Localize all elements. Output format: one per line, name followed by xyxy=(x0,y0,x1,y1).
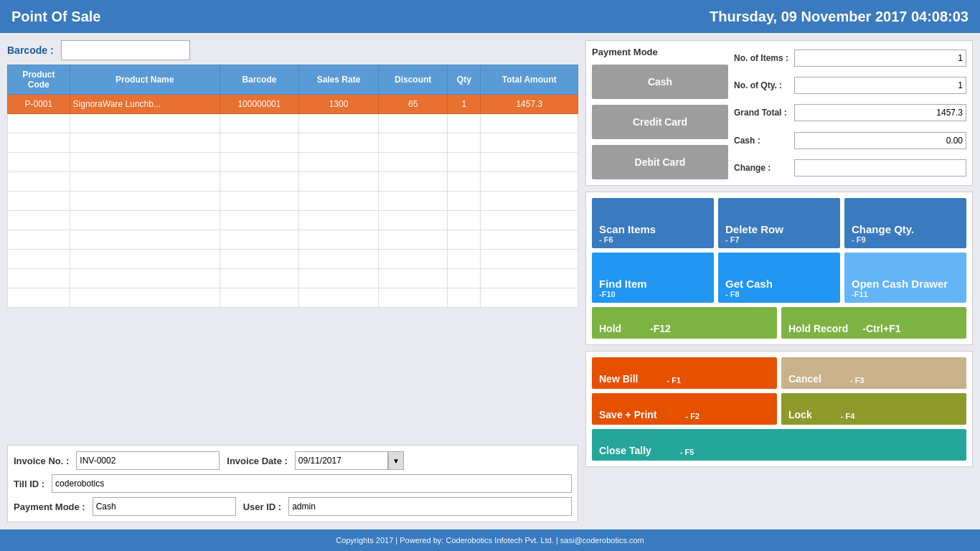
footer-text: Copyrights 2017 | Powered by: Coderoboti… xyxy=(336,536,644,545)
save-print-shortcut: - F2 xyxy=(686,412,700,420)
table-row: P-0001SignoraWare Lunchb...1000000011300… xyxy=(8,95,578,114)
payment-mode-left: Payment Mode Cash Credit Card Debit Card xyxy=(592,47,728,179)
payment-mode-title: Payment Mode xyxy=(592,47,728,57)
empty-row xyxy=(8,250,578,269)
find-item-label: Find Item xyxy=(599,278,647,290)
change-input[interactable] xyxy=(794,159,966,176)
payment-mode-right: No. of Items : No. of Qty. : Grand Total… xyxy=(734,47,966,179)
payment-mode-input[interactable] xyxy=(93,497,236,516)
payment-mode-label: Payment Mode : xyxy=(14,501,85,512)
col-product-name: Product Name xyxy=(70,65,220,95)
header: Point Of Sale Thursday, 09 November 2017… xyxy=(0,0,980,33)
hold-button[interactable]: Hold -F12 xyxy=(592,307,777,339)
till-id-input[interactable] xyxy=(52,474,572,493)
invoice-date-input[interactable] xyxy=(295,451,388,470)
footer: Copyrights 2017 | Powered by: Coderoboti… xyxy=(0,529,980,551)
cash-input[interactable] xyxy=(794,132,966,149)
action-row-3: Hold -F12 Hold Record -Ctrl+F1 xyxy=(592,307,966,339)
datetime-display: Thursday, 09 November 2017 04:08:03 xyxy=(710,9,969,25)
open-cash-drawer-label: Open Cash Drawer xyxy=(852,278,948,290)
empty-row xyxy=(8,269,578,288)
action-row-1: Scan Items - F6 Delete Row - F7 Change Q… xyxy=(592,198,966,248)
calendar-button[interactable]: ▼ xyxy=(388,451,404,470)
empty-row xyxy=(8,211,578,230)
get-cash-label: Get Cash xyxy=(725,278,773,290)
right-panel: Payment Mode Cash Credit Card Debit Card… xyxy=(585,40,973,522)
lock-button[interactable]: Lock - F4 xyxy=(781,393,966,425)
user-id-input[interactable] xyxy=(288,497,572,516)
change-qty-button[interactable]: Change Qty. - F9 xyxy=(844,198,966,248)
col-barcode: Barcode xyxy=(220,65,298,95)
find-item-shortcut: -F10 xyxy=(599,290,616,298)
delete-row-shortcut: - F7 xyxy=(725,235,740,244)
cancel-button[interactable]: Cancel - F3 xyxy=(781,357,966,389)
close-tally-shortcut: - F5 xyxy=(680,448,694,456)
till-id-label: Till ID : xyxy=(14,479,44,489)
delete-row-label: Delete Row xyxy=(725,223,783,235)
hold-record-label: Hold Record xyxy=(788,323,848,334)
no-of-qty-input[interactable] xyxy=(794,77,966,94)
change-qty-label: Change Qty. xyxy=(852,223,914,235)
empty-row xyxy=(8,288,578,308)
left-panel: Barcode : ProductCode Product Name Barco… xyxy=(7,40,578,522)
col-total-amount: Total Amount xyxy=(481,65,578,95)
empty-row xyxy=(8,133,578,153)
lock-label: Lock xyxy=(788,409,812,420)
cash-button[interactable]: Cash xyxy=(592,65,728,99)
invoice-no-label: Invoice No. : xyxy=(14,456,69,466)
empty-row xyxy=(8,114,578,133)
delete-row-button[interactable]: Delete Row - F7 xyxy=(718,198,840,248)
col-product-code: ProductCode xyxy=(8,65,70,95)
cancel-label: Cancel xyxy=(788,373,821,385)
empty-row xyxy=(8,153,578,172)
product-table: ProductCode Product Name Barcode Sales R… xyxy=(7,65,578,308)
grand-total-label: Grand Total : xyxy=(734,108,788,118)
col-discount: Discount xyxy=(379,65,448,95)
bottom-row-3: Close Tally - F5 xyxy=(592,429,966,461)
main-content: Barcode : ProductCode Product Name Barco… xyxy=(0,33,980,529)
invoice-no-input[interactable] xyxy=(76,451,220,470)
hold-label: Hold xyxy=(599,323,621,334)
col-qty: Qty xyxy=(448,65,481,95)
no-of-items-label: No. of Items : xyxy=(734,53,788,63)
no-of-items-input[interactable] xyxy=(794,50,966,67)
empty-row xyxy=(8,172,578,192)
bottom-row-1: New Bill - F1 Cancel - F3 xyxy=(592,357,966,389)
table-header-row: ProductCode Product Name Barcode Sales R… xyxy=(8,65,578,95)
invoice-date-wrapper: ▼ xyxy=(295,451,404,470)
bottom-row-2: Save + Print - F2 Lock - F4 xyxy=(592,393,966,425)
scan-items-label: Scan Items xyxy=(599,223,656,235)
change-label: Change : xyxy=(734,163,788,173)
open-cash-drawer-button[interactable]: Open Cash Drawer -F11 xyxy=(844,253,966,303)
close-tally-button[interactable]: Close Tally - F5 xyxy=(592,429,966,461)
find-item-button[interactable]: Find Item -F10 xyxy=(592,253,714,303)
barcode-label: Barcode : xyxy=(7,44,54,56)
save-print-button[interactable]: Save + Print - F2 xyxy=(592,393,777,425)
get-cash-shortcut: - F8 xyxy=(725,290,740,298)
hold-record-button[interactable]: Hold Record -Ctrl+F1 xyxy=(781,307,966,339)
close-tally-label: Close Tally xyxy=(599,445,651,456)
barcode-input[interactable] xyxy=(61,40,190,60)
payment-mode-box: Payment Mode Cash Credit Card Debit Card… xyxy=(585,40,973,186)
grand-total-input[interactable] xyxy=(794,104,966,121)
action-buttons-box: Scan Items - F6 Delete Row - F7 Change Q… xyxy=(585,192,973,345)
lock-shortcut: - F4 xyxy=(841,412,855,420)
change-qty-shortcut: - F9 xyxy=(852,235,866,244)
empty-row xyxy=(8,230,578,250)
credit-card-button[interactable]: Credit Card xyxy=(592,105,728,139)
hold-shortcut: -F12 xyxy=(650,323,671,334)
get-cash-button[interactable]: Get Cash - F8 xyxy=(718,253,840,303)
hold-record-shortcut: -Ctrl+F1 xyxy=(862,323,900,334)
no-of-qty-label: No. of Qty. : xyxy=(734,80,788,90)
invoice-date-label: Invoice Date : xyxy=(227,456,288,466)
debit-card-button[interactable]: Debit Card xyxy=(592,145,728,179)
col-sales-rate: Sales Rate xyxy=(298,65,378,95)
app-title: Point Of Sale xyxy=(11,9,100,25)
scan-items-shortcut: - F6 xyxy=(599,235,613,244)
cancel-shortcut: - F3 xyxy=(850,376,864,385)
new-bill-shortcut: - F1 xyxy=(666,376,681,385)
save-print-label: Save + Print xyxy=(599,409,657,420)
open-cash-drawer-shortcut: -F11 xyxy=(852,290,868,298)
new-bill-button[interactable]: New Bill - F1 xyxy=(592,357,777,389)
scan-items-button[interactable]: Scan Items - F6 xyxy=(592,198,714,248)
